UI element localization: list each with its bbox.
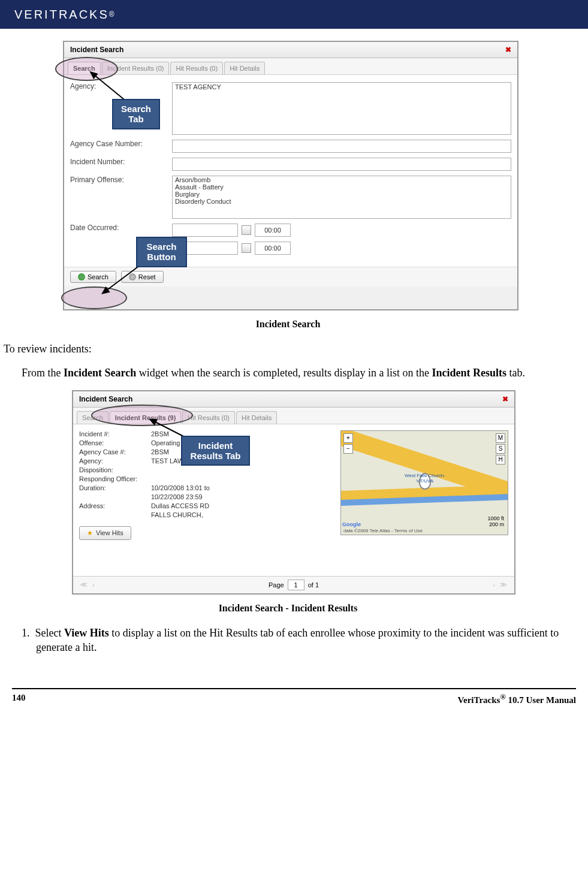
map-s[interactable]: S xyxy=(496,444,505,454)
tab-hit-details[interactable]: Hit Details xyxy=(224,62,265,74)
agency-item[interactable]: TEST AGENCY xyxy=(173,83,511,91)
step-1: 1. Select View Hits to display a list on… xyxy=(36,626,572,655)
incident-num-input[interactable] xyxy=(172,158,511,171)
incident-search-widget-1: Incident Search ✖ Search Incident Result… xyxy=(63,41,518,310)
l-incident-num: Incident #: xyxy=(79,430,151,438)
calendar-icon[interactable] xyxy=(242,243,251,253)
body-para: From the Incident Search widget when the… xyxy=(22,366,572,380)
case-num-input[interactable] xyxy=(172,140,511,153)
offense-item[interactable]: Arson/bomb xyxy=(173,176,511,183)
v-case: 2BSM xyxy=(151,448,169,455)
pager: ≪ ‹ Page of 1 › ≫ xyxy=(73,576,514,593)
map-attrib: data ©2008 Tele Atlas - Terms of Use xyxy=(343,528,423,533)
ellipse-results-tab xyxy=(91,405,193,426)
agency-listbox[interactable]: TEST AGENCY xyxy=(172,82,511,135)
v-address2: FALLS CHURCH, xyxy=(151,511,203,518)
search-button[interactable]: Search xyxy=(70,271,116,283)
l-address: Address: xyxy=(79,502,151,509)
date-from-input[interactable] xyxy=(172,224,238,237)
pager-prev-icon[interactable]: ‹ xyxy=(90,581,97,589)
intro-text: To review incidents: xyxy=(4,342,572,356)
offense-item[interactable]: Burglary xyxy=(173,191,511,198)
pager-of: of 1 xyxy=(308,581,319,589)
pager-input[interactable] xyxy=(288,580,304,590)
v-address1: Dullas ACCESS RD xyxy=(151,502,209,509)
label-case-num: Agency Case Number: xyxy=(70,140,172,148)
ellipse-search-button xyxy=(61,286,127,309)
label-incident-num: Incident Number: xyxy=(70,158,172,166)
offense-item[interactable]: Assault - Battery xyxy=(173,183,511,191)
close-icon[interactable]: ✖ xyxy=(505,46,511,54)
label-agency: Agency: xyxy=(70,82,172,90)
offense-listbox[interactable]: Arson/bomb Assault - Battery Burglary Di… xyxy=(172,176,511,219)
pager-last-icon[interactable]: ≫ xyxy=(497,581,509,589)
map-powered: Google xyxy=(342,521,361,527)
widget1-title: Incident Search xyxy=(70,46,123,54)
search-icon xyxy=(78,273,85,280)
page-number: 140 xyxy=(12,693,26,705)
brand-reg: ® xyxy=(109,10,116,19)
l-case: Agency Case #: xyxy=(79,448,151,455)
callout-search-button: Search Button xyxy=(136,237,187,267)
view-hits-button[interactable]: ★ View Hits xyxy=(79,526,131,540)
manual-title: VeriTracks® 10.7 User Manual xyxy=(458,693,576,705)
map-zoom-in[interactable]: + xyxy=(343,433,353,443)
ellipse-search-tab xyxy=(55,57,118,81)
results-body: Incident #:2BSM Offense:Operating Unregi… xyxy=(73,424,514,546)
map-h[interactable]: H xyxy=(496,455,505,464)
caption-1: Incident Search xyxy=(0,319,576,330)
incident-search-widget-2: Incident Search ✖ Search Incident Result… xyxy=(72,390,515,595)
pager-next-icon[interactable]: › xyxy=(490,581,497,589)
brand-bar: VERITRACKS® xyxy=(0,0,588,29)
map-zoom-out[interactable]: − xyxy=(343,444,353,454)
v-duration2: 10/22/2008 23:59 xyxy=(151,493,203,500)
map-scale1: 1000 ft xyxy=(487,515,504,521)
label-primary-offense: Primary Offense: xyxy=(70,176,172,184)
map-place-label: West Falls Church-VT/UVA xyxy=(398,473,452,484)
label-date-occurred: Date Occurred: xyxy=(70,224,172,232)
star-icon: ★ xyxy=(87,529,93,537)
l-duration: Duration: xyxy=(79,484,151,491)
widget2-title: Incident Search xyxy=(79,395,132,403)
time-from[interactable]: 00:00 xyxy=(255,224,291,237)
callout-results-tab: Incident Results Tab xyxy=(181,436,250,466)
brand-name: VERITRACKS xyxy=(14,8,109,22)
map-scale2: 200 m xyxy=(489,521,504,527)
page-footer: 140 VeriTracks® 10.7 User Manual xyxy=(12,688,576,705)
pager-label: Page xyxy=(269,581,284,589)
calendar-icon[interactable] xyxy=(242,225,251,235)
v-duration1: 10/20/2008 13:01 to xyxy=(151,484,210,491)
map[interactable]: + − M S H West Falls Church-VT/UVA 1000 … xyxy=(340,430,508,535)
reset-button[interactable]: Reset xyxy=(121,271,164,283)
offense-item[interactable]: Disorderly Conduct xyxy=(173,198,511,205)
tab-hit-results[interactable]: Hit Results (0) xyxy=(170,62,223,74)
close-icon[interactable]: ✖ xyxy=(502,395,508,403)
widget1-tabs: Search Incident Results (0) Hit Results … xyxy=(64,58,517,75)
tab-hit-details[interactable]: Hit Details xyxy=(236,411,277,424)
time-to[interactable]: 00:00 xyxy=(255,242,291,255)
callout-search-tab: Search Tab xyxy=(112,99,160,129)
v-incident-num: 2BSM xyxy=(151,430,169,438)
l-officer: Responding Officer: xyxy=(79,475,151,482)
button-row: Search Reset xyxy=(64,267,517,286)
l-offense: Offense: xyxy=(79,439,151,447)
l-agency: Agency: xyxy=(79,457,151,464)
l-disposition: Disposition: xyxy=(79,466,151,473)
reset-icon xyxy=(129,273,136,280)
map-m[interactable]: M xyxy=(496,433,505,443)
pager-first-icon[interactable]: ≪ xyxy=(78,581,90,589)
widget1-titlebar: Incident Search ✖ xyxy=(64,42,517,58)
caption-2: Incident Search - Incident Results xyxy=(0,603,576,614)
